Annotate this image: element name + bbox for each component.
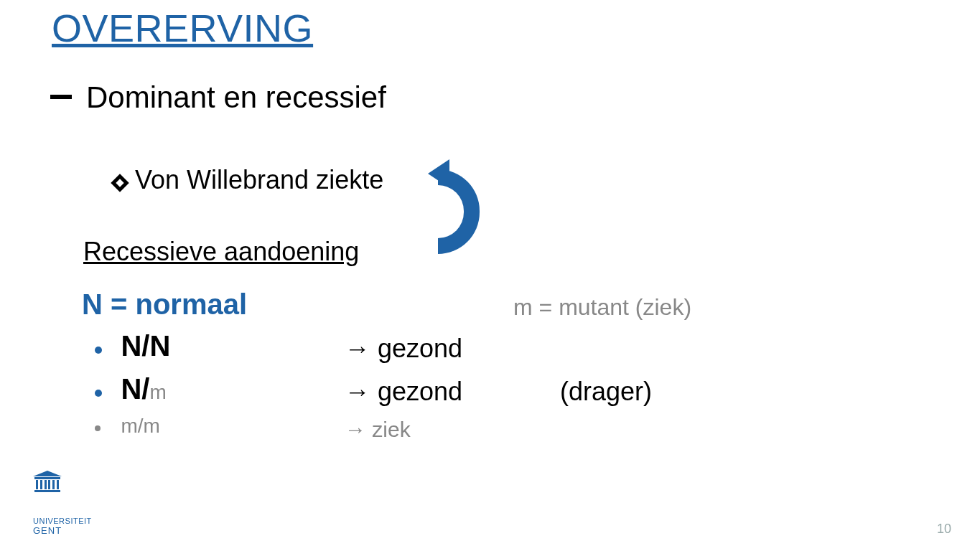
- logo-text-line1: UNIVERSITEIT: [33, 517, 92, 525]
- recessive-heading: Recessieve aandoening: [83, 237, 359, 267]
- legend-mutant: m = mutant (ziek): [513, 294, 691, 321]
- genotype-row-nn: N/N: [95, 330, 170, 362]
- legend-normal: N = normaal: [82, 288, 247, 321]
- bullet-icon: [95, 390, 102, 397]
- em-dash-bullet: [50, 95, 72, 99]
- von-willebrand-text: Von Willebrand ziekte: [135, 165, 383, 195]
- genotype-label: N/N: [121, 330, 170, 362]
- result-mm: → ziek: [345, 418, 411, 442]
- diamond-bullet-icon: [111, 174, 129, 192]
- bullet-icon: [95, 347, 102, 354]
- genotype-label: m/m: [121, 415, 159, 437]
- genotype-row-nm: N/m: [95, 373, 167, 405]
- genotype-row-mm: m/m: [95, 415, 160, 438]
- ugent-logo: UNIVERSITEIT GENT: [33, 471, 92, 536]
- genotype-label-main: N/: [121, 373, 149, 405]
- logo-text-line2: GENT: [33, 525, 92, 536]
- ugent-logo-icon: [33, 471, 62, 492]
- bullet-icon: [95, 425, 101, 431]
- result-nm: → gezond: [345, 377, 462, 407]
- subheading: Dominant en recessief: [86, 80, 386, 115]
- genotype-label-sub: m: [149, 381, 166, 403]
- note-drager: (drager): [560, 377, 652, 407]
- result-nn: → gezond: [345, 334, 462, 364]
- slide-title: OVERERVING: [52, 6, 313, 50]
- curved-arrow-icon: [429, 169, 480, 255]
- page-number: 10: [937, 522, 951, 537]
